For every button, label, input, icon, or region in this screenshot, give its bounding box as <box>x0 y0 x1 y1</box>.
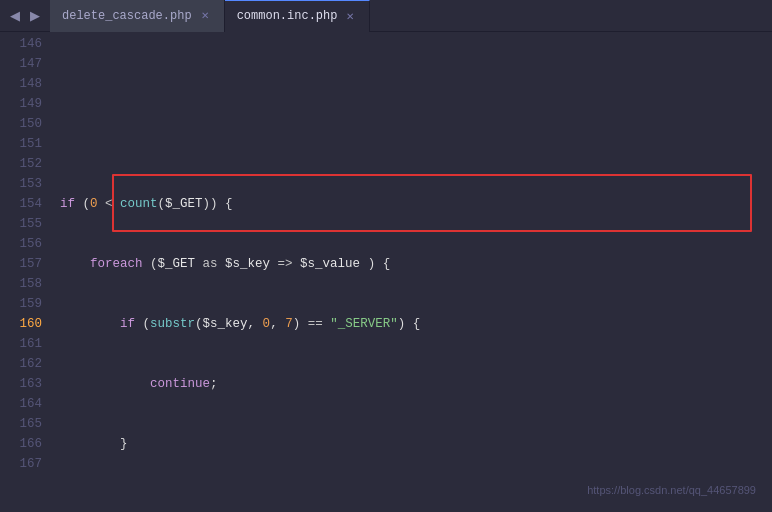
tab-bar: ◀ ▶ delete_cascade.php ✕ common.inc.php … <box>0 0 772 32</box>
line-num-162: 162 <box>0 354 42 374</box>
code-line-151: } <box>60 434 772 454</box>
line-numbers: 146 147 148 149 150 151 152 153 154 155 … <box>0 32 52 512</box>
tab-next-button[interactable]: ▶ <box>26 6 44 25</box>
tab-label-active: common.inc.php <box>237 9 338 23</box>
line-num-149: 149 <box>0 94 42 114</box>
line-num-165: 165 <box>0 414 42 434</box>
line-num-166: 166 <box>0 434 42 454</box>
code-line-150: continue; <box>60 374 772 394</box>
tab-close-button[interactable]: ✕ <box>198 9 212 22</box>
line-num-152: 152 <box>0 154 42 174</box>
line-num-164: 164 <box>0 394 42 414</box>
line-num-150: 150 <box>0 114 42 134</box>
tab-prev-button[interactable]: ◀ <box>6 6 24 25</box>
code-line-149: if (substr($s_key, 0, 7) == "_SERVER") { <box>60 314 772 334</box>
line-num-163: 163 <box>0 374 42 394</box>
tab-common-inc[interactable]: common.inc.php ✕ <box>225 0 371 32</box>
tab-nav-buttons: ◀ ▶ <box>0 6 50 25</box>
line-num-159: 159 <box>0 294 42 314</box>
code-line-147: if (0 < count($_GET)) { <box>60 194 772 214</box>
code-line-146 <box>60 134 772 154</box>
tab-close-active-button[interactable]: ✕ <box>343 10 357 23</box>
line-num-155: 155 <box>0 214 42 234</box>
line-num-161: 161 <box>0 334 42 354</box>
line-num-160: ( )160 <box>0 314 42 334</box>
line-num-167: 167 <box>0 454 42 474</box>
line-num-146: 146 <box>0 34 42 54</box>
tab-delete-cascade[interactable]: delete_cascade.php ✕ <box>50 0 225 32</box>
line-num-158: 158 <box>0 274 42 294</box>
line-num-153: 153 <box>0 174 42 194</box>
code-content[interactable]: if (0 < count($_GET)) { foreach ($_GET a… <box>52 32 772 512</box>
line-num-151: 151 <box>0 134 42 154</box>
line-num-147: 147 <box>0 54 42 74</box>
line-number-column: 146 147 148 149 150 151 152 153 154 155 … <box>0 32 52 474</box>
line-num-156: 156 <box>0 234 42 254</box>
watermark: https://blog.csdn.net/qq_44657899 <box>587 480 756 500</box>
tab-label: delete_cascade.php <box>62 9 192 23</box>
line-num-157: 157 <box>0 254 42 274</box>
line-num-148: 148 <box>0 74 42 94</box>
line-num-154: 154 <box>0 194 42 214</box>
code-line-148: foreach ($_GET as $s_key => $s_value ) { <box>60 254 772 274</box>
editor-area: 146 147 148 149 150 151 152 153 154 155 … <box>0 32 772 512</box>
